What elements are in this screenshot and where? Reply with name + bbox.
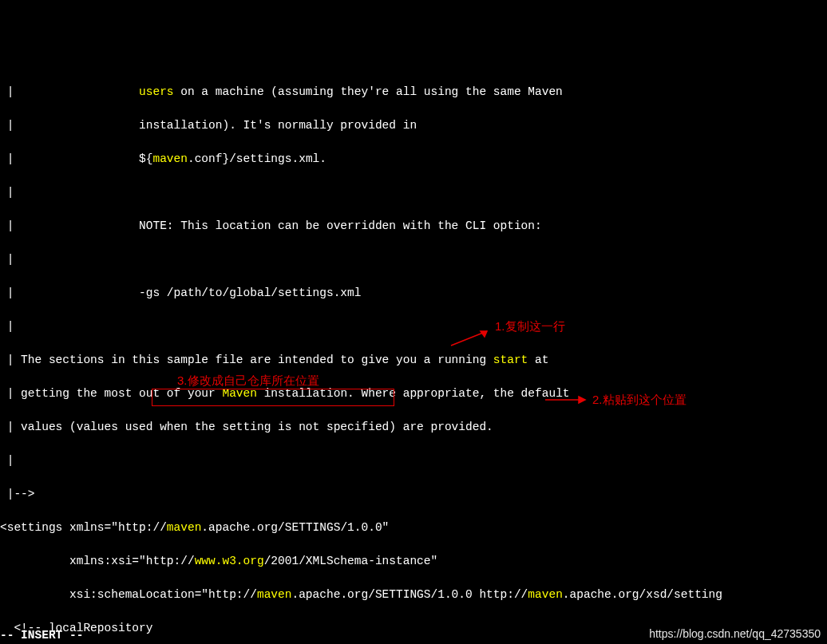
code-line: | getting the most out of your Maven ins… xyxy=(0,385,827,402)
arrow-1-icon xyxy=(447,327,495,350)
watermark-text: https://blog.csdn.net/qq_42735350 xyxy=(649,626,821,642)
code-line: | users on a machine (assuming they're a… xyxy=(0,84,827,101)
code-line: | NOTE: This location can be overridden … xyxy=(0,218,827,235)
code-line: <settings xmlns="http://maven.apache.org… xyxy=(0,520,827,536)
annotation-modify-path: 3.修改成自己仓库所在位置 xyxy=(177,372,319,389)
code-line: | -gs /path/to/global/settings.xml xyxy=(0,285,827,302)
code-line: xmlns:xsi="http://www.w3.org/2001/XMLSch… xyxy=(0,553,827,570)
code-line: | The sections in this sample file are i… xyxy=(0,352,827,369)
arrow-2-icon xyxy=(541,394,589,405)
annotation-paste-here: 2.粘贴到这个位置 xyxy=(592,391,687,408)
highlight-box xyxy=(152,389,394,406)
code-line: | values (values used when the setting i… xyxy=(0,419,827,436)
vim-editor[interactable]: | users on a machine (assuming they're a… xyxy=(0,67,827,644)
code-line: | ${maven.conf}/settings.xml. xyxy=(0,151,827,168)
svg-marker-3 xyxy=(579,397,585,403)
code-line: |--> xyxy=(0,486,827,503)
code-line: | xyxy=(0,251,827,268)
annotation-copy-line: 1.复制这一行 xyxy=(495,318,565,334)
code-line: | xyxy=(0,318,827,335)
code-line: xsi:schemaLocation="http://maven.apache.… xyxy=(0,587,827,603)
vim-mode-indicator: -- INSERT -- xyxy=(0,627,83,644)
code-line: | installation). It's normally provided … xyxy=(0,117,827,134)
code-line: | xyxy=(0,184,827,201)
code-line: | xyxy=(0,452,827,469)
